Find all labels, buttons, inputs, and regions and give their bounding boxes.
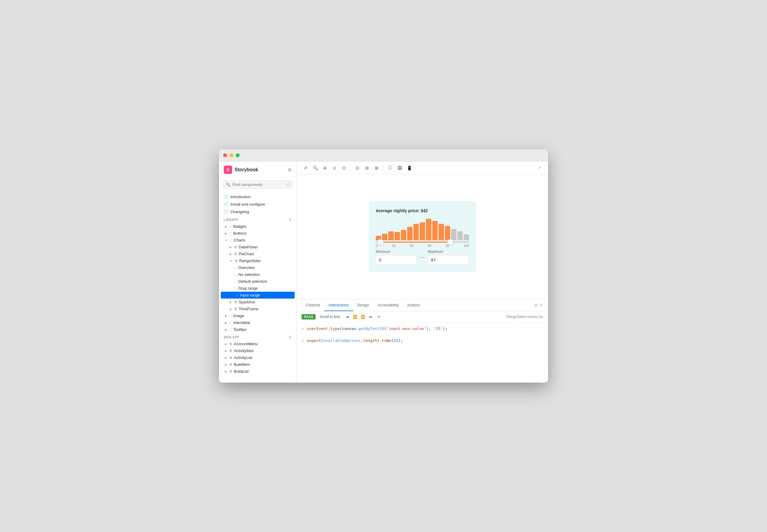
view-grid-button[interactable]: ⊟	[353, 164, 362, 172]
tab-controls[interactable]: Controls	[302, 299, 324, 311]
search-input[interactable]	[233, 182, 285, 187]
code-content-2: expect(availableOptions.length).toBe(15)…	[307, 338, 403, 344]
min-value-input[interactable]	[376, 255, 417, 265]
maximize-button[interactable]	[236, 153, 240, 157]
slider-track: ⏸ ⏸	[376, 241, 469, 243]
sidebar-item-overview[interactable]: □ Overview	[219, 264, 297, 271]
device-button[interactable]: 📱	[405, 164, 413, 172]
sidebar-item-buttons[interactable]: ▶ □ Buttons	[219, 230, 297, 237]
sidebar-item-drag-range[interactable]: □ Drag range	[219, 285, 297, 292]
slider-range	[378, 241, 452, 243]
repeat-button[interactable]: ↺	[375, 314, 382, 320]
search-icon: 🔍	[226, 182, 231, 187]
interaction-line-1: ✓ userEvent.type(canvas.getByTestId('inp…	[297, 323, 548, 335]
interaction-line-2: ✓ expect(availableOptions.length).toBe(1…	[297, 335, 548, 347]
step-forward-button[interactable]: ⏩	[360, 314, 366, 320]
sidebar-item-changelog[interactable]: 📄 Changelog	[219, 208, 297, 215]
zoom-in-button[interactable]: ⊕	[321, 164, 329, 172]
chevron-right-icon: ▶	[230, 301, 232, 304]
main-layout: S Storybook ⚙ 🔍 / 📄 Introduction 📄	[219, 161, 548, 383]
chart-title: Average nightly price: $42	[376, 208, 469, 213]
sidebar-item-activityitem[interactable]: ▶ ⊞ ActivityItem	[219, 347, 297, 354]
settings-icon[interactable]: ⚙	[288, 167, 292, 173]
sidebar-item-activitylist[interactable]: ▶ ⊞ ActivityList	[219, 354, 297, 361]
check-icon: ✓	[302, 338, 304, 344]
chart-bar-5	[407, 227, 412, 240]
brand-logo: S	[224, 166, 232, 174]
slider-handle-right[interactable]: ⏸	[447, 239, 453, 245]
traffic-lights	[223, 153, 240, 157]
chevron-right-icon: ▶	[225, 314, 227, 317]
info-button[interactable]: ⓘ	[386, 164, 394, 172]
sidebar-item-piechart[interactable]: ▶ ⊞ PieChart	[219, 250, 297, 257]
sidebar-item-badges[interactable]: ▶ □ Badges	[219, 223, 297, 230]
full-screen-button[interactable]: ⊡	[340, 164, 348, 172]
sidebar-item-introduction[interactable]: 📄 Introduction	[219, 193, 297, 201]
doc-icon: 📄	[224, 195, 229, 199]
toolbar: ↺ 🔍 ⊕ ⊙ ⊡ ⊟ ⊞ ⊠ ⓘ 🖼 📱 ↗	[297, 161, 548, 175]
external-link-button[interactable]: ↗	[535, 164, 543, 172]
sidebar-item-sparkline[interactable]: ▶ ⊞ Sparkline	[219, 299, 297, 305]
step-back-button[interactable]: ⏪	[352, 314, 358, 320]
sidebar-item-default-selection[interactable]: □ Default selection	[219, 278, 297, 285]
slider-handle-left[interactable]: ⏸	[378, 239, 384, 245]
search-bar[interactable]: 🔍 /	[223, 180, 293, 189]
minimize-button[interactable]	[230, 153, 233, 157]
min-label: Minimum	[376, 250, 417, 254]
sidebar-item-builditem[interactable]: ▶ ⊞ BuildItem	[219, 361, 297, 368]
min-input-group: Minimum	[376, 250, 417, 265]
sidebar-item-image[interactable]: ▶ □ Image	[219, 312, 297, 319]
sidebar-header: S Storybook ⚙	[219, 161, 297, 177]
sidebar-item-accountmenu[interactable]: ▶ ⊞ AccountMenu	[219, 340, 297, 347]
sidebar-item-datepicker[interactable]: ▶ ⊞ DatePicker	[219, 244, 297, 250]
close-panel-icon[interactable]: ✕	[540, 303, 543, 308]
component-icon: ⊞	[230, 369, 232, 373]
chart-bar-14	[464, 234, 469, 240]
image-button[interactable]: 🖼	[395, 164, 404, 172]
chart-bar-1	[382, 234, 387, 240]
search-shortcut: /	[286, 183, 290, 187]
zoom-out-button[interactable]: 🔍	[311, 164, 320, 172]
chevron-right-icon: ▶	[225, 343, 227, 346]
interactions-toolbar: PASS Scroll to end ⏮ ⏪ ⏩ ⏭ ↺ RangeSlider…	[297, 311, 548, 323]
range-slider[interactable]: ⏸ ⏸	[376, 241, 469, 243]
sidebar-item-no-selection[interactable]: □ No selection	[219, 271, 297, 278]
sidebar-item-interstitial[interactable]: ▶ □ Interstitial	[219, 319, 297, 326]
sidebar: S Storybook ⚙ 🔍 / 📄 Introduction 📄	[219, 161, 297, 383]
sidebar-item-input-range[interactable]: □ Input range	[221, 292, 295, 299]
reload-button[interactable]: ↺	[302, 164, 310, 172]
view-measure-button[interactable]: ⊞	[363, 164, 371, 172]
tab-design[interactable]: Design	[353, 299, 373, 311]
component-icon: ⊞	[230, 342, 232, 346]
tabs-actions: ⊟ ✕	[534, 303, 543, 308]
tab-interactions[interactable]: Interactions	[324, 299, 353, 311]
tab-accessibility[interactable]: Accessibility	[373, 299, 403, 311]
brand-logo-letter: S	[227, 167, 229, 172]
brand-name: Storybook	[235, 167, 258, 172]
handle-right-icon: ⏸	[449, 241, 451, 243]
split-view-icon[interactable]: ⊟	[534, 303, 538, 308]
chevron-right-icon: ▶	[225, 321, 227, 324]
sidebar-item-tooltips[interactable]: ▶ □ Tooltips	[219, 326, 297, 333]
folder-icon: □	[230, 225, 232, 228]
section-toggle-icon[interactable]: ⇅	[289, 218, 292, 222]
chevron-right-icon: ▶	[225, 356, 227, 359]
max-input-group: Maximum	[428, 250, 469, 265]
close-button[interactable]	[223, 153, 227, 157]
section-toggle-icon[interactable]: ⇅	[289, 335, 292, 339]
sidebar-item-timeframe[interactable]: ▶ ⊞ TimeFrame	[219, 305, 297, 312]
skip-to-end-button[interactable]: ⏭	[367, 314, 374, 320]
tab-actions[interactable]: Actions	[403, 299, 424, 311]
max-value-input[interactable]	[428, 255, 469, 265]
view-outline-button[interactable]: ⊠	[372, 164, 381, 172]
titlebar	[219, 149, 548, 161]
skip-to-start-button[interactable]: ⏮	[344, 314, 351, 320]
sidebar-item-rangeslider[interactable]: ▼ ⊞ RangeSlider	[219, 257, 297, 264]
zoom-reset-button[interactable]: ⊙	[330, 164, 339, 172]
sidebar-item-charts[interactable]: ▼ □ Charts	[219, 237, 297, 244]
sidebar-item-buildlist[interactable]: ▶ ⊞ BuildList	[219, 368, 297, 375]
scroll-to-end-button[interactable]: Scroll to end	[318, 314, 342, 319]
chart-bar-9	[432, 221, 438, 240]
range-dash: —	[420, 255, 425, 260]
sidebar-item-install[interactable]: 📄 Install and configure	[219, 201, 297, 208]
